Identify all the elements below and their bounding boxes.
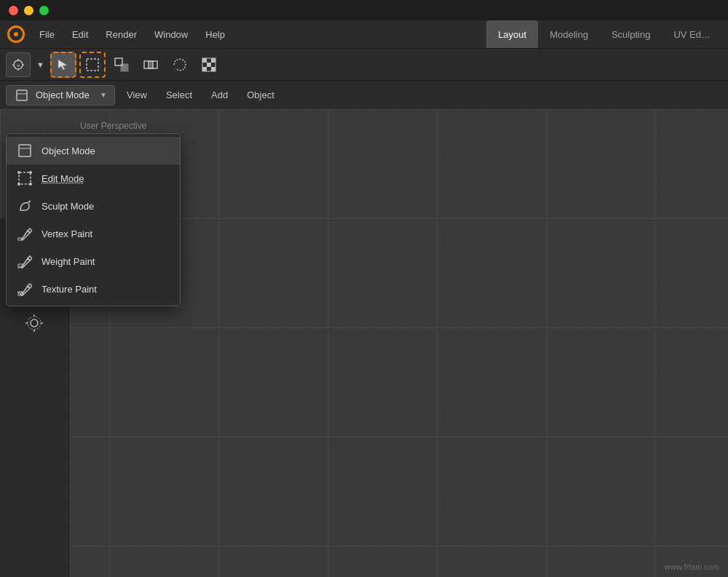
menu-help[interactable]: Help — [198, 26, 232, 43]
dropdown-label-object-mode: Object Mode — [41, 146, 95, 156]
svg-point-43 — [29, 171, 32, 174]
tab-modeling[interactable]: Modeling — [538, 20, 600, 48]
dropdown-item-edit-mode[interactable]: Edit Mode — [7, 164, 180, 192]
svg-point-44 — [17, 183, 20, 186]
svg-rect-13 — [202, 58, 207, 63]
dropdown-item-sculpt-mode[interactable]: Sculpt Mode — [7, 192, 180, 220]
svg-rect-8 — [121, 64, 128, 71]
svg-rect-18 — [17, 90, 27, 100]
workspace-tabs: Layout Modeling Sculpting UV Ed… — [486, 20, 722, 48]
mode-object-menu[interactable]: Object — [240, 87, 282, 103]
mode-dropdown-icon — [14, 87, 30, 103]
texture-paint-icon — [17, 281, 33, 297]
svg-rect-15 — [211, 58, 215, 63]
vertex-paint-icon — [17, 226, 33, 242]
mode-dropdown-arrow-icon: ▼ — [100, 91, 107, 99]
mode-row: Object Mode ▼ View Select Add Object — [0, 80, 728, 109]
tab-sculpting[interactable]: Sculpting — [600, 20, 662, 48]
dropdown-label-sculpt-mode: Sculpt Mode — [41, 201, 94, 212]
dropdown-label-edit-mode: Edit Mode — [41, 173, 84, 184]
dropdown-item-weight-paint[interactable]: Weight Paint — [7, 247, 180, 275]
svg-text:⌖: ⌖ — [17, 62, 20, 68]
menu-edit[interactable]: Edit — [65, 26, 95, 43]
dropdown-item-vertex-paint[interactable]: Vertex Paint — [7, 220, 180, 247]
select-cursor-tool[interactable] — [50, 52, 76, 78]
blender-logo[interactable] — [6, 24, 26, 44]
select-intersect-tool[interactable] — [138, 52, 164, 78]
svg-point-29 — [28, 317, 41, 330]
tab-layout[interactable]: Layout — [486, 20, 538, 48]
menu-window[interactable]: Window — [147, 26, 195, 43]
select-checker-tool[interactable] — [196, 52, 222, 78]
svg-rect-52 — [21, 292, 23, 293]
mode-dropdown[interactable]: Object Mode ▼ — [6, 85, 115, 106]
svg-rect-51 — [20, 293, 21, 295]
sculpt-mode-icon — [17, 198, 33, 214]
mode-select-menu[interactable]: Select — [159, 87, 199, 103]
view-dropdown-arrow[interactable]: ▼ — [36, 60, 44, 69]
svg-point-42 — [17, 171, 20, 174]
select-box-tool[interactable] — [79, 52, 106, 78]
menu-render[interactable]: Render — [98, 26, 144, 43]
svg-rect-11 — [149, 61, 153, 68]
mode-dropdown-menu: Object Mode Edit Mode Sculpt Mode — [6, 133, 181, 306]
mode-view-menu[interactable]: View — [119, 87, 154, 103]
tab-uv-editing[interactable]: UV Ed… — [662, 20, 722, 48]
menu-file[interactable]: File — [32, 26, 62, 43]
svg-rect-6 — [87, 59, 98, 71]
mode-add-menu[interactable]: Add — [204, 87, 235, 103]
svg-rect-16 — [202, 67, 207, 71]
dropdown-item-object-mode[interactable]: Object Mode — [7, 137, 180, 164]
viewport-perspective-label: User Perspective — [80, 121, 174, 131]
minimize-button[interactable] — [24, 6, 33, 15]
weight-paint-icon — [17, 253, 33, 269]
sidebar-transform-tool[interactable] — [17, 306, 51, 340]
select-lasso-tool[interactable] — [167, 52, 193, 78]
dropdown-label-vertex-paint: Vertex Paint — [41, 228, 92, 239]
svg-rect-50 — [18, 292, 20, 293]
dropdown-label-texture-paint: Texture Paint — [41, 284, 97, 295]
view-snap-button[interactable]: ⌖ — [6, 52, 31, 77]
close-button[interactable] — [9, 6, 18, 15]
svg-rect-14 — [207, 63, 211, 67]
dropdown-item-texture-paint[interactable]: Texture Paint — [7, 275, 180, 303]
edit-mode-icon — [17, 170, 33, 186]
svg-rect-17 — [211, 67, 215, 71]
svg-rect-41 — [19, 172, 31, 184]
select-circle-tool[interactable] — [108, 52, 135, 78]
maximize-button[interactable] — [39, 6, 49, 15]
title-bar — [0, 0, 728, 20]
svg-point-45 — [29, 183, 32, 186]
svg-rect-39 — [19, 145, 31, 156]
mode-dropdown-label: Object Mode — [36, 89, 94, 100]
dropdown-label-weight-paint: Weight Paint — [41, 256, 95, 267]
menu-bar: File Edit Render Window Help Layout Mode… — [0, 20, 728, 48]
toolbar-row: ⌖ ▼ — [0, 48, 728, 80]
svg-point-28 — [31, 319, 38, 327]
watermark: www.frfam.com — [665, 562, 719, 571]
object-mode-icon — [17, 143, 33, 159]
svg-rect-46 — [18, 238, 22, 240]
